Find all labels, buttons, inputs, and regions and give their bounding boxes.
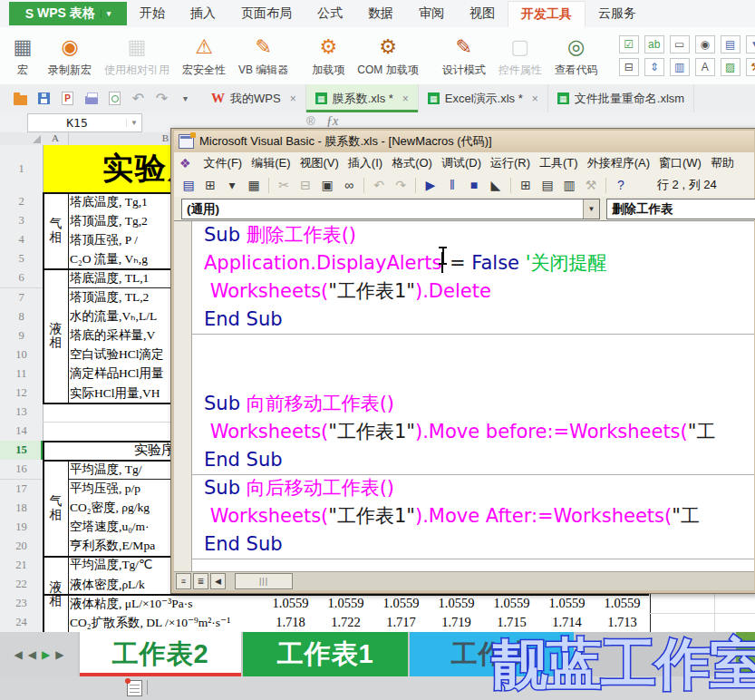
label-control-icon[interactable]: A (695, 58, 715, 76)
button-control-icon[interactable]: ▭ (670, 35, 690, 53)
undo-icon[interactable]: ↶ (131, 91, 146, 106)
save-icon[interactable]: ▦ (245, 177, 263, 194)
sheet-cell-label-row23[interactable]: 液体粘度, μL/×10⁻³Pa·s (68, 594, 266, 614)
undo-icon[interactable]: ↶ (370, 177, 388, 194)
code-line-3[interactable]: Worksheets("工作表1").Delete (191, 277, 754, 306)
vb-menu-4[interactable]: 格式(O) (392, 155, 432, 171)
groupbox-control-icon[interactable]: ⊟ (619, 58, 639, 76)
save-icon[interactable] (36, 91, 52, 106)
sheet-cell-value-r24-c1[interactable]: 1.722 (318, 613, 374, 633)
row-number-24[interactable]: 24 (0, 613, 44, 633)
code-editor[interactable]: Sub 删除工作表()Application.DisplayAlerts = F… (174, 220, 754, 572)
toolbox-icon[interactable]: ⚒ (582, 177, 600, 194)
menu-tab-7[interactable]: 开发工具 (508, 1, 586, 27)
code-line-4[interactable]: End Sub (191, 306, 754, 334)
sheet-merged-group-2[interactable]: 气相 (43, 460, 69, 557)
row-number-21[interactable]: 21 (0, 556, 44, 576)
run-icon[interactable]: ▶ (421, 177, 440, 194)
tab-close-icon[interactable]: × (286, 92, 296, 105)
row-number-17[interactable]: 17 (0, 480, 44, 500)
row-number-1[interactable]: 1 (0, 145, 44, 193)
row-number-15[interactable]: 15 (0, 441, 44, 461)
wps-logo[interactable]: S WPS 表格 ▾ (9, 2, 127, 25)
design-mode-icon[interactable]: ◣ (487, 177, 505, 194)
sheet-cell-value-r23-c1[interactable]: 1.0559 (318, 594, 374, 614)
ribbon-button-0-3[interactable]: ⚠宏安全性 (176, 27, 232, 84)
find-icon[interactable]: ∞ (340, 177, 358, 194)
code-line-7[interactable]: Sub 向前移动工作表() (191, 390, 754, 418)
wps-logo-dropdown-icon[interactable]: ▾ (101, 9, 111, 18)
procedure-view-icon[interactable]: ≡ (176, 573, 191, 589)
sheet-cell-value-r23-c5[interactable]: 1.0559 (539, 594, 595, 614)
sheet-cell-label-row2[interactable]: 塔底温度, Tg,1 (68, 192, 173, 212)
menu-tab-2[interactable]: 页面布局 (228, 1, 305, 26)
vb-title-bar[interactable]: Microsoft Visual Basic - 膜系数.xls - [NewM… (174, 131, 754, 152)
redo-icon[interactable]: ↷ (392, 177, 410, 194)
sheet-cell-value-r24-c3[interactable]: 1.719 (429, 613, 485, 633)
row-number-6[interactable]: 6 (0, 268, 44, 288)
open-icon[interactable] (13, 91, 28, 106)
vb-menu-3[interactable]: 插入(I) (348, 155, 382, 171)
code-line-12[interactable]: End Sub (191, 530, 754, 559)
hscroll-thumb[interactable]: ||| (235, 573, 293, 589)
vb-menu-10[interactable]: 帮助 (711, 155, 734, 171)
tab-close-icon[interactable]: × (528, 92, 538, 105)
vb-menu-5[interactable]: 调试(D) (441, 155, 481, 171)
name-box-dropdown-icon[interactable]: ▼ (126, 119, 141, 127)
checkbox-control-icon[interactable]: ☑ (619, 35, 639, 53)
vb-menu-9[interactable]: 窗口(W) (659, 155, 702, 171)
object-dropdown[interactable]: (通用) ▼ (181, 199, 600, 219)
file-tab-0[interactable]: W我的WPS× (202, 84, 306, 112)
code-line-2[interactable]: Application.DisplayAlerts = False '关闭提醒 (191, 249, 754, 277)
menu-tab-4[interactable]: 数据 (355, 1, 406, 26)
view-host-icon[interactable]: ▤ (179, 177, 198, 194)
row-number-2[interactable]: 2 (0, 192, 44, 212)
row-number-8[interactable]: 8 (0, 307, 44, 327)
tab-close-icon[interactable]: × (399, 92, 409, 105)
sheet-cell-value-r23-c2[interactable]: 1.0559 (373, 594, 430, 614)
scrollbar-control-icon[interactable]: ▥ (670, 58, 690, 76)
code-line-11[interactable]: Worksheets("工作表1").Move After:=Worksheet… (191, 502, 754, 530)
row-number-23[interactable]: 23 (0, 594, 44, 614)
radio-control-icon[interactable]: ◉ (695, 35, 715, 53)
listbox-control-icon[interactable]: ▤ (721, 35, 740, 53)
sheet-nav-prev-icon[interactable]: ◀ (28, 648, 36, 661)
sheet-cell-label-row3[interactable]: 塔顶温度, Tg,2 (68, 211, 173, 231)
menu-tab-6[interactable]: 视图 (457, 1, 508, 26)
code-line-1[interactable]: Sub 删除工作表() (191, 221, 754, 249)
code-line-9[interactable]: End Sub (191, 446, 754, 474)
image-control-icon[interactable]: ▨ (721, 58, 740, 76)
sheet-cell-value-r24-c0[interactable]: 1.718 (263, 613, 319, 633)
vb-menu-8[interactable]: 外接程序(A) (587, 155, 650, 171)
select-all-corner-icon[interactable] (33, 135, 41, 143)
procedure-dropdown[interactable]: 删除工作表 (606, 199, 755, 219)
toolbar-dropdown-icon[interactable]: ▾ (178, 91, 193, 106)
paste-icon[interactable]: ▣ (318, 177, 336, 194)
row-number-20[interactable]: 20 (0, 537, 44, 557)
row-number-22[interactable]: 22 (0, 575, 44, 595)
sheet-nav-last-icon[interactable]: ▶ (55, 648, 63, 661)
row-number-5[interactable]: 5 (0, 249, 44, 269)
sheet-cell-label-row8[interactable]: 水的流量,Vₕ,L/L (68, 307, 173, 327)
code-line-5[interactable] (191, 334, 754, 362)
ribbon-button-1-0[interactable]: ⚙加载项 (305, 27, 351, 84)
row-number-3[interactable]: 3 (0, 211, 44, 231)
menu-tab-8[interactable]: 云服务 (586, 1, 649, 26)
sheet-tab-工作表1[interactable]: 工作表1 (243, 632, 408, 676)
copy-icon[interactable]: ⊟ (296, 177, 315, 194)
menu-tab-3[interactable]: 公式 (305, 1, 355, 26)
vb-menu-1[interactable]: 编辑(E) (251, 155, 290, 171)
sheet-merged-group-1[interactable]: 液相 (43, 268, 69, 403)
sheet-cell-label-row16[interactable]: 平均温度, Tg/ (68, 460, 173, 480)
export-pdf-icon[interactable]: P (60, 91, 75, 106)
print-preview-icon[interactable] (107, 91, 122, 106)
sheet-cell-label-row17[interactable]: 平均压强, p/p (68, 480, 173, 500)
reset-icon[interactable]: ■ (465, 177, 483, 194)
sheet-cell-label-row10[interactable]: 空白试验HCl滴定 (68, 345, 173, 365)
row-number-9[interactable]: 9 (0, 326, 44, 346)
more-controls-icon[interactable]: ⚒ (746, 58, 755, 76)
sheet-cell-label-row24[interactable]: CO₂扩散系数, DL /×10⁻⁹m²·s⁻¹ (68, 613, 266, 633)
row-number-7[interactable]: 7 (0, 288, 44, 308)
sheet-cell-value-r23-c4[interactable]: 1.0559 (484, 594, 540, 614)
vb-menu-2[interactable]: 视图(V) (300, 155, 339, 171)
